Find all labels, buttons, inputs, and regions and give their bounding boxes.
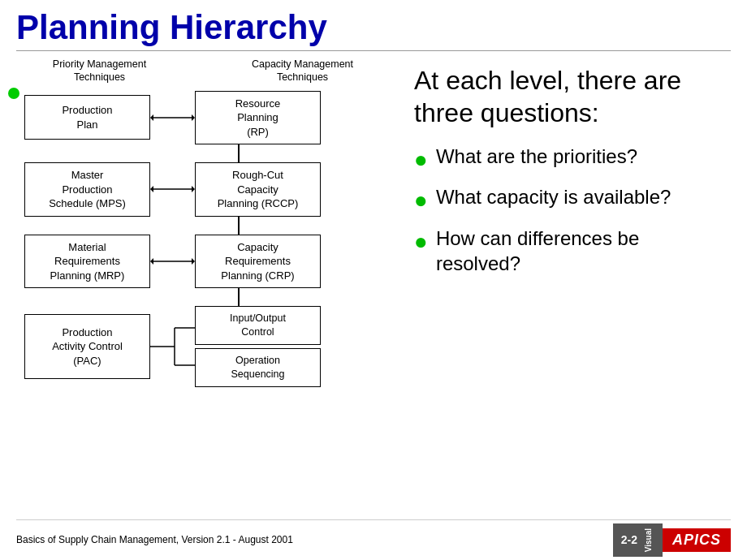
page-number: 2-2: [621, 533, 637, 546]
production-plan-box: ProductionPlan: [24, 95, 150, 140]
footer-text: Basics of Supply Chain Management, Versi…: [16, 534, 293, 545]
bullet-list: ● What are the priorities? ● What capaci…: [414, 144, 723, 276]
arrow-1: [150, 110, 195, 126]
visual-label: Visual: [642, 527, 654, 554]
bullet-item-1: ● What are the priorities?: [414, 144, 723, 174]
diagram-area: Priority ManagementTechniques Capacity M…: [16, 58, 390, 519]
operation-sequencing-box: OperationSequencing: [195, 348, 321, 387]
bullet-item-3: ● How can differences be resolved?: [414, 226, 723, 276]
crp-box: CapacityRequirementsPlanning (CRP): [195, 235, 321, 289]
hierarchy-row-1: ProductionPlan ResourcePlanning(RP): [24, 91, 390, 145]
left-column-header: Priority ManagementTechniques: [24, 58, 175, 84]
vert-conn-2: [24, 217, 390, 235]
pac-box: ProductionActivity Control(PAC): [24, 314, 150, 379]
page-container: Planning Hierarchy Priority ManagementTe…: [0, 0, 747, 560]
page-title: Planning Hierarchy: [16, 8, 731, 51]
svg-marker-7: [150, 258, 153, 265]
bullet-dot-3: ●: [414, 227, 428, 256]
footer: Basics of Supply Chain Management, Versi…: [16, 519, 731, 560]
arrow-3: [150, 253, 195, 269]
svg-marker-4: [150, 186, 153, 192]
hierarchy-row-3: MaterialRequirementsPlanning (MRP) Capac…: [24, 235, 390, 289]
arrow-2: [150, 181, 195, 197]
bullet-dot-2: ●: [414, 186, 428, 215]
bullet-dot-1: ●: [414, 145, 428, 174]
bullet-item-2: ● What capacity is available?: [414, 184, 723, 215]
page-badge: 2-2 Visual: [613, 523, 663, 557]
hierarchy-row-2: MasterProductionSchedule (MPS) Rough-Cut…: [24, 162, 390, 217]
rccp-box: Rough-CutCapacityPlanning (RCCP): [195, 162, 321, 217]
resource-planning-box: ResourcePlanning(RP): [195, 91, 321, 145]
svg-marker-1: [150, 114, 153, 121]
right-content: At each level, there are three questions…: [390, 58, 731, 519]
mrp-box: MaterialRequirementsPlanning (MRP): [24, 235, 150, 289]
hierarchy-row-4: ProductionActivity Control(PAC): [24, 306, 390, 387]
questions-heading: At each level, there are three questions…: [414, 64, 723, 129]
input-output-control-box: Input/OutputControl: [195, 306, 321, 345]
right-column-header: Capacity ManagementTechniques: [227, 58, 378, 84]
pac-right-boxes: Input/OutputControl OperationSequencing: [195, 306, 321, 387]
vert-conn-1: [24, 144, 390, 162]
bullet-text-3: How can differences be resolved?: [436, 226, 723, 276]
content-area: Priority ManagementTechniques Capacity M…: [16, 58, 731, 519]
bullet-text-2: What capacity is available?: [436, 184, 671, 209]
hierarchy-rows: ProductionPlan ResourcePlanning(RP): [16, 91, 390, 387]
mps-box: MasterProductionSchedule (MPS): [24, 162, 150, 217]
vert-conn-3: [24, 288, 390, 306]
apics-logo: APICS: [663, 528, 731, 552]
footer-right: 2-2 Visual APICS: [613, 523, 731, 557]
bullet-text-1: What are the priorities?: [436, 144, 637, 169]
column-headers: Priority ManagementTechniques Capacity M…: [16, 58, 390, 84]
